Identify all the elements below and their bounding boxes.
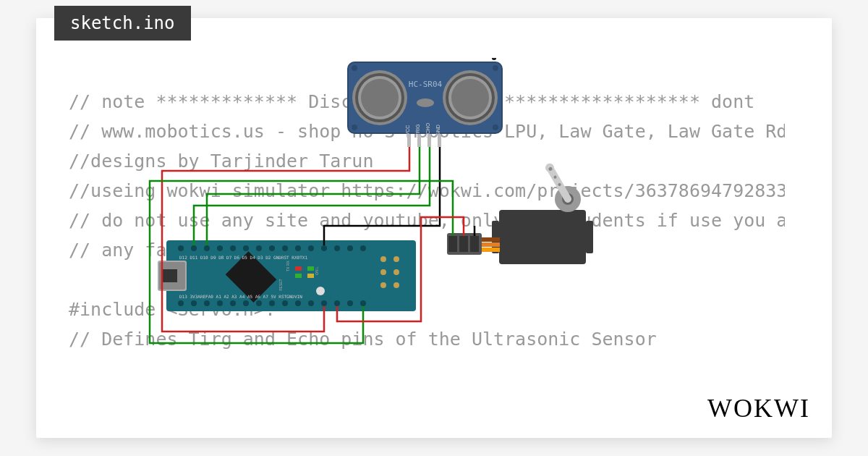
- code-line: // any facing ishu.: [69, 235, 785, 265]
- code-line: #include <Servo.h>.: [69, 295, 785, 324]
- code-line: //designs by Tarjinder Tarun: [69, 146, 785, 176]
- code-editor[interactable]: // note ************* Disclaimer *******…: [69, 87, 785, 354]
- code-line: // Defines Tirg and Echo pins of the Ult…: [69, 324, 785, 354]
- code-line: //useing wokwi simulator https://wokwi.c…: [69, 176, 785, 206]
- code-line: // www.mobotics.us - shop no 3 Mobotics …: [69, 117, 785, 146]
- file-tab[interactable]: sketch.ino: [54, 6, 191, 41]
- code-line: [69, 265, 785, 295]
- code-line: // note ************* Disclaimer *******…: [69, 87, 785, 117]
- tab-label: sketch.ino: [70, 13, 175, 33]
- code-line: // do not use any site and youtube, only…: [69, 206, 785, 235]
- wokwi-logo: WOKWI: [707, 393, 810, 423]
